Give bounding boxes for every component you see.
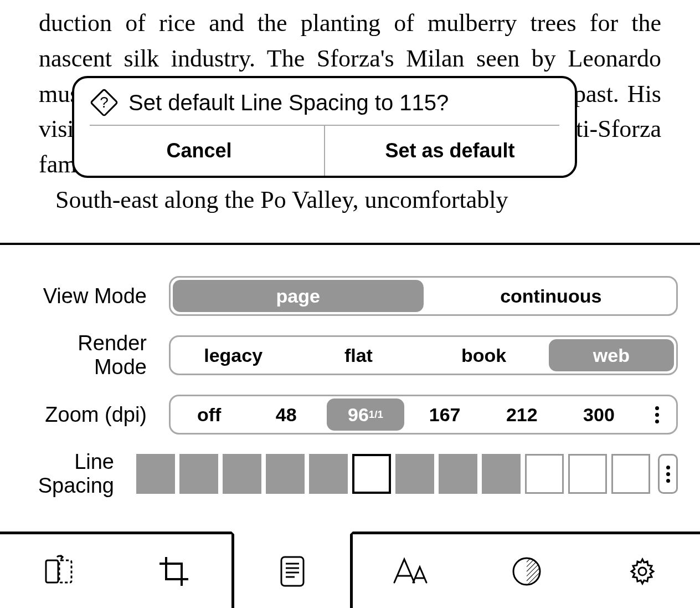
render-mode-flat[interactable]: flat — [296, 337, 421, 374]
typography-icon — [391, 556, 431, 587]
line-spacing-more[interactable] — [658, 454, 678, 494]
line-spacing-step[interactable] — [568, 454, 607, 494]
line-spacing-step[interactable] — [223, 454, 261, 494]
page-layout-icon — [277, 554, 308, 589]
settings-panel: View Mode page continuous Render Mode le… — [0, 260, 700, 513]
svg-text:?: ? — [100, 94, 109, 111]
gear-icon — [626, 555, 659, 588]
tab-crop[interactable] — [116, 534, 231, 608]
view-mode-continuous[interactable]: continuous — [426, 278, 677, 314]
line-spacing-label: Line Spacing — [22, 450, 136, 498]
view-mode-segmented: page continuous — [169, 276, 678, 316]
view-mode-page[interactable]: page — [173, 280, 424, 312]
view-mode-row: View Mode page continuous — [22, 276, 678, 316]
body-text-2: South-east along the Po Valley, uncomfor… — [55, 186, 508, 213]
render-mode-segmented: legacy flat book web — [169, 335, 678, 375]
line-spacing-step[interactable] — [525, 454, 564, 494]
svg-point-11 — [639, 568, 646, 575]
tab-typography[interactable] — [353, 534, 469, 608]
line-spacing-step[interactable] — [482, 454, 521, 494]
zoom-label: Zoom (dpi) — [22, 403, 169, 427]
zoom-row: Zoom (dpi) off 48 961/1 167 212 300 — [22, 395, 678, 435]
rotation-icon — [40, 554, 76, 589]
zoom-167[interactable]: 167 — [406, 396, 483, 433]
set-default-button[interactable]: Set as default — [325, 126, 575, 176]
render-mode-web[interactable]: web — [549, 339, 674, 371]
line-spacing-step[interactable] — [266, 454, 305, 494]
confirm-dialog: ? Set default Line Spacing to 115? Cance… — [72, 76, 577, 178]
panel-divider — [0, 243, 700, 245]
crop-icon — [156, 554, 192, 589]
more-icon — [666, 466, 670, 483]
zoom-300[interactable]: 300 — [560, 396, 637, 433]
line-spacing-step[interactable] — [395, 454, 434, 494]
bottom-tabbar — [0, 532, 700, 608]
render-mode-legacy[interactable]: legacy — [171, 337, 296, 374]
zoom-off[interactable]: off — [171, 396, 248, 433]
zoom-segmented: off 48 961/1 167 212 300 — [169, 395, 678, 435]
tab-settings[interactable] — [584, 534, 700, 608]
question-diamond-icon: ? — [90, 88, 119, 117]
line-spacing-row: Line Spacing — [22, 450, 678, 498]
zoom-212[interactable]: 212 — [483, 396, 560, 433]
line-spacing-step[interactable] — [136, 454, 175, 494]
line-spacing-step[interactable] — [309, 454, 348, 494]
render-mode-row: Render Mode legacy flat book web — [22, 331, 678, 379]
zoom-96[interactable]: 961/1 — [327, 398, 404, 431]
view-mode-label: View Mode — [22, 284, 169, 308]
zoom-48[interactable]: 48 — [248, 396, 325, 433]
tab-page-layout[interactable] — [231, 532, 353, 608]
svg-rect-3 — [59, 560, 71, 583]
tab-contrast[interactable] — [469, 534, 584, 608]
render-mode-label: Render Mode — [22, 331, 169, 379]
svg-rect-4 — [281, 557, 303, 586]
line-spacing-track[interactable] — [136, 454, 678, 494]
line-spacing-step[interactable] — [352, 454, 391, 494]
line-spacing-step[interactable] — [179, 454, 218, 494]
more-icon — [655, 406, 659, 423]
svg-rect-2 — [46, 560, 58, 583]
line-spacing-step[interactable] — [611, 454, 650, 494]
tab-rotation[interactable] — [0, 534, 116, 608]
cancel-button[interactable]: Cancel — [74, 126, 325, 176]
dialog-title: Set default Line Spacing to 115? — [128, 90, 449, 115]
line-spacing-step[interactable] — [439, 454, 477, 494]
zoom-more[interactable] — [637, 396, 676, 433]
contrast-icon — [510, 555, 543, 588]
render-mode-book[interactable]: book — [421, 337, 547, 374]
